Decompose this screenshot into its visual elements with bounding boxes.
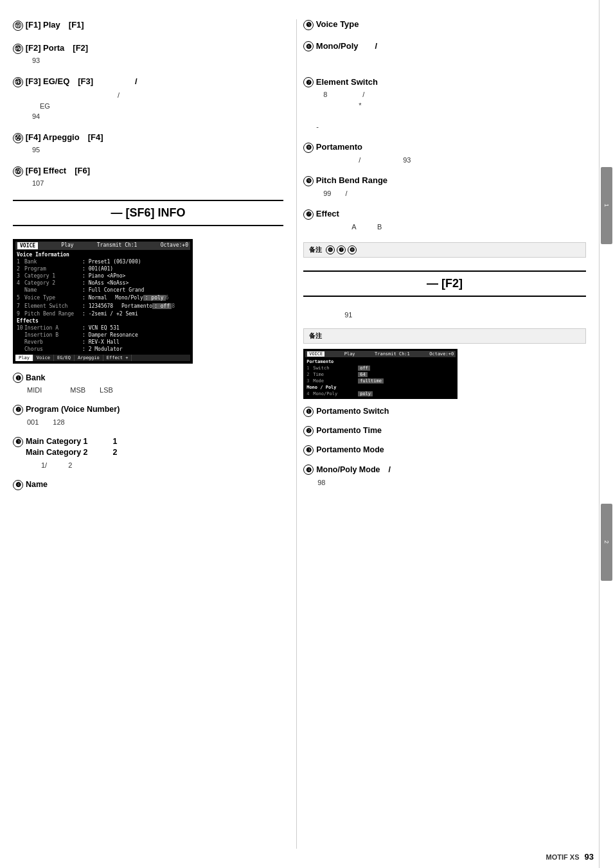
- ss-row-monopoly: 4 Mono/Poly poly: [305, 391, 456, 397]
- note-content: ❻ ❼ ❽: [326, 245, 357, 254]
- f6-effect-title: ⑮ [F6] Effect [F6]: [13, 165, 283, 177]
- voice-bottom-tab: Voice: [33, 355, 54, 361]
- arpeggio-bottom-tab: Arpeggio: [75, 355, 103, 361]
- screen-header: VOICE Play Transmit Ch:1 Octave:+0: [15, 242, 190, 250]
- porta-time-item: ❷ Portamento Time: [303, 426, 586, 436]
- f2-circle-4: ❹: [303, 465, 314, 475]
- circle-9: ❾: [303, 176, 314, 186]
- monopoly-section-title: Mono / Poly: [305, 384, 456, 391]
- f2-voice-tab: VOICE: [307, 351, 324, 357]
- portamento-title: ❽ Portamento: [303, 142, 586, 153]
- f6-page-ref: 107: [32, 179, 283, 187]
- element-switch-desc: 8 / * -: [316, 89, 586, 132]
- f2-list: ❶ Portamento Switch ❷ Portamento Time ❸ …: [303, 407, 586, 488]
- left-column: ⑪ [F1] Play [F1] ⑫ [F2] Porta [F2] 93 ⑬ …: [13, 19, 296, 849]
- element-switch-title: ❼ Element Switch: [303, 77, 586, 88]
- screen-row-bank: 1 Bank : Preset1 (063/000): [15, 258, 190, 265]
- f2-porta-title: ⑫ [F2] Porta [F2]: [13, 42, 283, 54]
- element-switch-section: ❼ Element Switch 8 / * -: [303, 77, 586, 132]
- ss-row-switch: 1 Switch off: [305, 365, 456, 371]
- side-tab-1-label: 1: [603, 204, 610, 207]
- pitch-bend-desc: 99 /: [316, 188, 586, 199]
- f2-circle-2: ❷: [303, 426, 314, 436]
- screen-row-program: 2 Program : 001(A01): [15, 265, 190, 272]
- page-footer: MOTIF XS 93: [546, 852, 594, 862]
- screen-row-name: Name : Full Concert Grand: [15, 287, 190, 294]
- porta-switch-item: ❶ Portamento Switch: [303, 407, 586, 417]
- circle-1: ❶: [13, 373, 23, 383]
- f1-play-title: ⑪ [F1] Play [F1]: [13, 19, 283, 31]
- portamento-section: ❽ Portamento / 93: [303, 142, 586, 165]
- screen-row-voicetype: 5 Voice Type : Normal Mono/Poly : poly 6: [15, 294, 190, 302]
- play-bottom-tab: Play: [15, 355, 33, 361]
- note-section: 备注 ❻ ❼ ❽: [303, 242, 586, 258]
- transmit-label: Transmit Ch:1: [97, 242, 138, 249]
- side-tab-2[interactable]: 2: [601, 504, 612, 581]
- voice-info-title: Voice Information: [15, 251, 190, 258]
- sf6-screen: VOICE Play Transmit Ch:1 Octave:+0 Voice…: [13, 239, 193, 364]
- screen-row-elemswitch: 7 Element Switch : 12345678 Portamento :…: [15, 302, 190, 310]
- f3-egeq-section: ⑬ [F3] EG/EQ [F3] / / EG 94: [13, 76, 283, 120]
- f1-play-section: ⑪ [F1] Play [F1]: [13, 19, 283, 31]
- f2-note-section: 备注: [303, 328, 586, 344]
- f2-porta-section: ⑫ [F2] Porta [F2] 93: [13, 42, 283, 64]
- f2-divider: — [F2]: [303, 270, 586, 297]
- category-item: ❸ Main Category 1 1 Main Category 2 2 1/…: [13, 436, 283, 471]
- porta-section-title: Portamento: [305, 359, 456, 365]
- pitch-bend-title: ❾ Pitch Bend Range: [303, 175, 586, 186]
- porta-mode-item: ❸ Portamento Mode: [303, 445, 586, 456]
- bank-header: ❶ Bank: [13, 373, 283, 383]
- voice-type-title: ❺ Voice Type: [303, 19, 586, 30]
- effect-desc: A B: [316, 222, 586, 233]
- category-desc: 1/ 2: [27, 460, 283, 471]
- name-header: ❹ Name: [13, 480, 283, 490]
- screen-row-chorus: Chorus : 2 Modulator: [15, 346, 190, 353]
- page-number: 93: [585, 852, 594, 862]
- pitch-bend-section: ❾ Pitch Bend Range 99 /: [303, 175, 586, 199]
- side-tab-1[interactable]: 1: [601, 167, 612, 244]
- brand-label: MOTIF XS: [546, 853, 580, 861]
- sf6-info-divider: — [SF6] INFO: [13, 200, 283, 226]
- mono-poly-title: ❻ Mono/Poly /: [303, 40, 586, 52]
- voice-tab: VOICE: [17, 242, 38, 249]
- cat1-title: Main Category 1 1: [26, 436, 118, 447]
- effect-section: ❿ Effect A B: [303, 209, 586, 232]
- portamento-desc: / 93: [316, 155, 586, 166]
- monopoly-mode-header: ❹ Mono/Poly Mode /: [303, 465, 586, 475]
- num-13: ⑬: [13, 77, 23, 87]
- f3-egeq-title: ⑬ [F3] EG/EQ [F3] /: [13, 76, 283, 87]
- f2-play-tab: Play: [344, 351, 355, 357]
- ss-row-time: 2 Time 64: [305, 371, 456, 378]
- porta-time-header: ❷ Portamento Time: [303, 426, 586, 436]
- octave-label: Octave:+0: [161, 242, 188, 249]
- screen-row-cat1: 3 Category 1 : Piano <APno>: [15, 272, 190, 279]
- screen-row-insB: Insertion B : Damper Resonance: [15, 332, 190, 339]
- screen-row-reverb: Reverb : REV-X Hall: [15, 339, 190, 346]
- porta-switch-header: ❶ Portamento Switch: [303, 407, 586, 417]
- f2-circle-3: ❸: [303, 445, 314, 456]
- bank-desc: MIDI MSB LSB: [27, 385, 283, 396]
- circle-4: ❹: [13, 480, 23, 490]
- effects-title: Effects: [15, 317, 190, 324]
- cat2-title: Main Category 2 2: [26, 447, 118, 458]
- f2-screen: VOICE Play Transmit Ch:1 Octave:+0 Porta…: [303, 349, 458, 399]
- right-column: ❺ Voice Type ❻ Mono/Poly / ❼ Element Swi…: [296, 19, 586, 849]
- f3-desc: / EG: [26, 90, 283, 111]
- side-tabs: 1 2: [599, 0, 613, 868]
- mono-poly-section: ❻ Mono/Poly /: [303, 40, 586, 67]
- f4-arpeggio-section: ⑭ [F4] Arpeggio [F4] 95: [13, 132, 283, 154]
- screen-row-pitchbend: 9 Pitch Bend Range : -2semi / +2 Semi: [15, 310, 190, 317]
- circle-7: ❼: [303, 77, 314, 87]
- circle-6: ❻: [303, 41, 314, 51]
- effect-title: ❿ Effect: [303, 209, 586, 220]
- program-item: ❷ Program (Voice Number) 001 128: [13, 405, 283, 428]
- f4-page-ref: 95: [32, 146, 283, 154]
- name-item: ❹ Name: [13, 480, 283, 490]
- f2-screen-header: VOICE Play Transmit Ch:1 Octave:+0: [305, 351, 456, 357]
- f2-page-ref: 93: [32, 57, 283, 64]
- f4-arpeggio-title: ⑭ [F4] Arpeggio [F4]: [13, 132, 283, 143]
- circle-8: ❽: [303, 143, 314, 153]
- note-circle-7: ❼: [337, 245, 346, 254]
- circle-10: ❿: [303, 209, 314, 220]
- ss-row-mode: 3 Mode fulltime: [305, 378, 456, 384]
